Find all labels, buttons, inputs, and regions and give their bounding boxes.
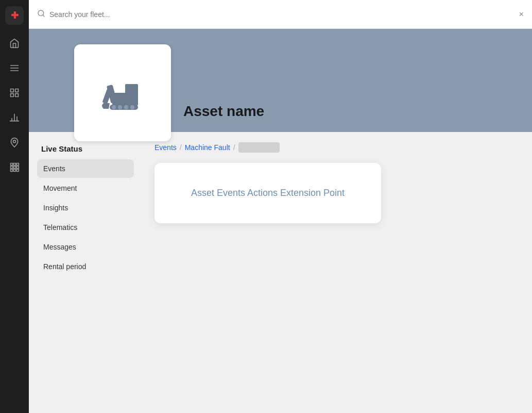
- extension-point-text: Asset Events Actions Extension Point: [191, 188, 345, 198]
- svg-rect-24: [125, 84, 138, 95]
- left-navigation: ✚: [0, 0, 29, 413]
- asset-header-banner: Asset name: [29, 29, 532, 132]
- svg-point-29: [118, 105, 122, 109]
- location-icon: [9, 137, 20, 147]
- asset-image-card: [74, 44, 171, 141]
- search-icon: [37, 9, 45, 20]
- svg-rect-13: [13, 163, 15, 166]
- svg-rect-12: [11, 163, 13, 166]
- top-search-bar: ×: [29, 0, 532, 29]
- svg-point-11: [13, 140, 16, 143]
- svg-rect-6: [15, 94, 19, 97]
- app-logo[interactable]: ✚: [5, 6, 24, 25]
- grid-icon: [9, 162, 20, 172]
- nav-dashboard-button[interactable]: [4, 82, 25, 103]
- svg-rect-5: [11, 94, 14, 97]
- nav-menu-button[interactable]: [4, 58, 25, 78]
- sidebar-item-events[interactable]: Events: [37, 159, 134, 178]
- svg-rect-14: [16, 163, 19, 166]
- svg-rect-3: [11, 89, 14, 92]
- nav-grid-button[interactable]: [4, 157, 25, 177]
- svg-point-30: [124, 105, 128, 109]
- svg-rect-19: [13, 169, 15, 171]
- svg-point-28: [112, 105, 116, 109]
- svg-rect-15: [11, 166, 13, 168]
- home-icon: [9, 38, 20, 48]
- main-area: ×: [29, 0, 532, 413]
- nav-location-button[interactable]: [4, 132, 25, 153]
- sidebar-section-title: Live Status: [37, 144, 134, 153]
- svg-rect-4: [15, 89, 19, 92]
- lower-section: Live Status Events Movement Insights Tel…: [29, 132, 532, 413]
- svg-rect-20: [16, 169, 19, 171]
- sidebar-item-movement[interactable]: Movement: [37, 179, 134, 197]
- sidebar: Live Status Events Movement Insights Tel…: [29, 132, 142, 413]
- menu-icon: [9, 63, 20, 73]
- svg-rect-18: [11, 169, 13, 171]
- page-content: Events / Machine Fault / Asset Events Ac…: [142, 132, 532, 413]
- breadcrumb: Events / Machine Fault /: [155, 142, 520, 153]
- dashboard-icon: [9, 88, 20, 98]
- logo-symbol: ✚: [11, 10, 19, 21]
- sidebar-item-rental-period[interactable]: Rental period: [37, 257, 134, 276]
- excavator-icon: [94, 64, 151, 121]
- svg-rect-17: [16, 166, 19, 168]
- breadcrumb-events-link[interactable]: Events: [155, 143, 177, 152]
- svg-rect-16: [13, 166, 15, 168]
- extension-point-card: Asset Events Actions Extension Point: [155, 163, 381, 223]
- clear-search-button[interactable]: ×: [519, 10, 524, 19]
- sidebar-item-telematics[interactable]: Telematics: [37, 218, 134, 237]
- breadcrumb-current: [238, 142, 280, 153]
- breadcrumb-sep-1: /: [180, 143, 182, 152]
- breadcrumb-machinefault-link[interactable]: Machine Fault: [185, 143, 230, 152]
- sidebar-item-messages[interactable]: Messages: [37, 238, 134, 256]
- nav-chart-button[interactable]: [4, 107, 25, 128]
- search-input[interactable]: [49, 10, 515, 19]
- nav-home-button[interactable]: [4, 33, 25, 54]
- breadcrumb-sep-2: /: [233, 143, 235, 152]
- content-area: Asset name Live Status Events Movement I…: [29, 29, 532, 413]
- svg-point-31: [130, 105, 134, 109]
- sidebar-item-insights[interactable]: Insights: [37, 199, 134, 217]
- asset-name: Asset name: [183, 103, 264, 120]
- svg-line-22: [43, 15, 44, 16]
- chart-icon: [9, 112, 20, 123]
